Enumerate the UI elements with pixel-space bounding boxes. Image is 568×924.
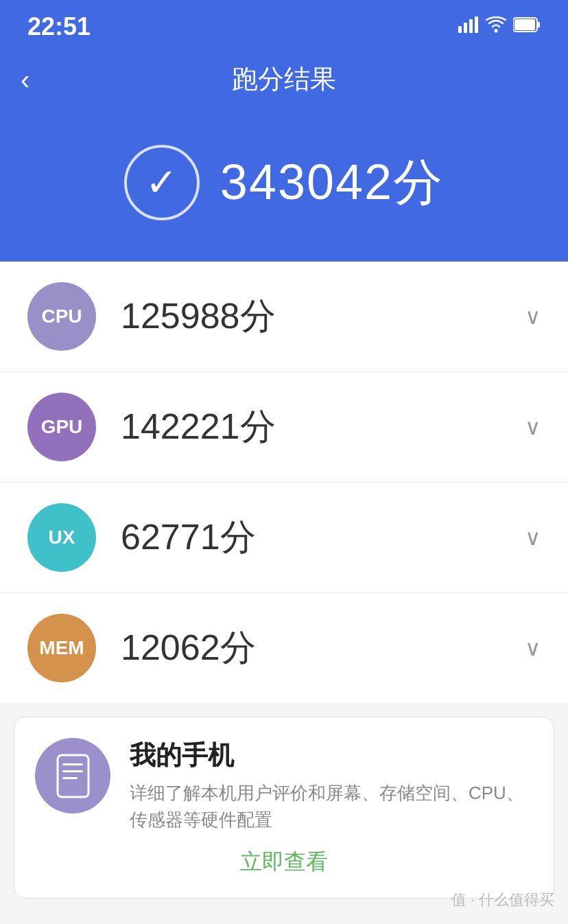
svg-rect-6 — [538, 22, 540, 27]
card-text-area: 我的手机 详细了解本机用户评价和屏幕、存储空间、CPU、传感器等硬件配置 — [130, 738, 533, 833]
cpu-score: 125988分 — [121, 292, 525, 340]
view-now-button[interactable]: 立即查看 — [35, 833, 533, 877]
card-title: 我的手机 — [130, 738, 533, 773]
phone-icon — [35, 738, 110, 813]
svg-rect-11 — [62, 777, 78, 779]
score-item-cpu[interactable]: CPU 125988分 ∨ — [0, 262, 568, 372]
chevron-down-icon: ∨ — [525, 303, 541, 330]
status-icons — [458, 16, 541, 37]
svg-rect-9 — [62, 763, 83, 765]
score-section: ✓ 343042分 — [0, 117, 568, 262]
chevron-down-icon: ∨ — [525, 414, 541, 440]
card-description: 详细了解本机用户评价和屏幕、存储空间、CPU、传感器等硬件配置 — [130, 780, 533, 833]
status-time: 22:51 — [27, 12, 91, 41]
status-bar: 22:51 — [0, 0, 568, 48]
svg-rect-10 — [62, 770, 83, 772]
score-item-ux[interactable]: UX 62771分 ∨ — [0, 483, 568, 593]
score-items-list: CPU 125988分 ∨ GPU 142221分 ∨ UX 62771分 ∨ … — [0, 262, 568, 703]
ux-score: 62771分 — [121, 513, 525, 562]
cpu-icon: CPU — [27, 282, 96, 351]
svg-rect-0 — [458, 26, 462, 33]
watermark: 值 · 什么值得买 — [451, 890, 554, 910]
score-item-gpu[interactable]: GPU 142221分 ∨ — [0, 372, 568, 483]
battery-icon — [513, 17, 541, 36]
score-item-mem[interactable]: MEM 12062分 ∨ — [0, 593, 568, 703]
wifi-icon — [486, 16, 506, 37]
svg-point-4 — [495, 30, 498, 33]
card-content: 我的手机 详细了解本机用户评价和屏幕、存储空间、CPU、传感器等硬件配置 — [35, 738, 533, 833]
page-title: 跑分结果 — [232, 62, 336, 97]
score-check-circle: ✓ — [124, 145, 200, 220]
svg-rect-3 — [475, 16, 478, 33]
mem-score: 12062分 — [121, 624, 525, 672]
gpu-score: 142221分 — [121, 403, 525, 451]
header: ‹ 跑分结果 — [0, 48, 568, 117]
svg-rect-7 — [514, 19, 535, 30]
svg-rect-2 — [469, 19, 473, 33]
signal-icon — [458, 16, 479, 37]
check-icon: ✓ — [145, 163, 178, 202]
ux-icon: UX — [27, 503, 96, 572]
back-button[interactable]: ‹ — [21, 66, 29, 93]
svg-rect-8 — [58, 755, 88, 797]
mem-icon: MEM — [27, 614, 96, 682]
my-phone-card: 我的手机 详细了解本机用户评价和屏幕、存储空间、CPU、传感器等硬件配置 立即查… — [14, 717, 554, 899]
total-score: 343042分 — [220, 150, 444, 216]
chevron-down-icon: ∨ — [525, 635, 541, 661]
gpu-icon: GPU — [27, 393, 96, 461]
chevron-down-icon: ∨ — [525, 524, 541, 551]
svg-rect-1 — [464, 23, 467, 33]
